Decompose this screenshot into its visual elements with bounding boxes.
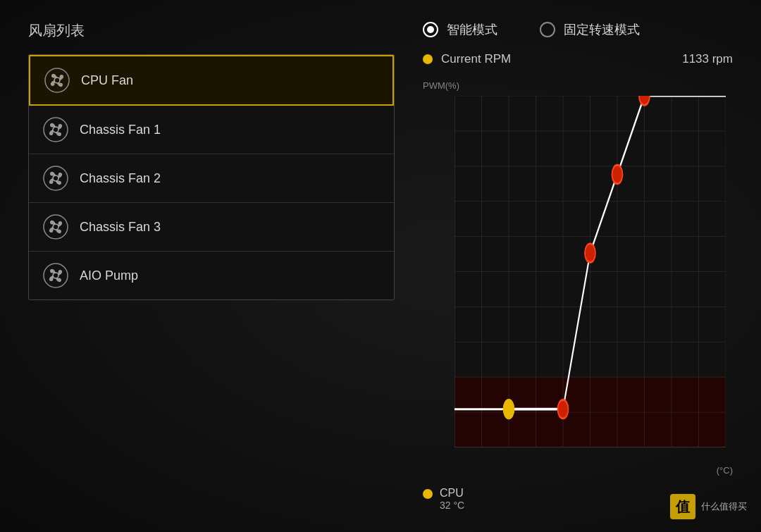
- fan-item-chassis-fan-1[interactable]: Chassis Fan 1: [29, 106, 394, 154]
- right-panel: 智能模式 固定转速模式 Current RPM 1133 rpm PWM(%): [395, 21, 733, 511]
- left-panel: 风扇列表 CPU Fan Chassis Fan 1: [28, 21, 395, 511]
- fixed-mode-radio[interactable]: [540, 22, 555, 37]
- rpm-label: Current RPM: [441, 52, 674, 66]
- panel-title: 风扇列表: [28, 21, 395, 40]
- fan-label-chassis-fan-3: Chassis Fan 3: [80, 220, 161, 235]
- fan-item-aio-pump[interactable]: AIO Pump: [29, 252, 394, 299]
- fixed-mode-label: 固定转速模式: [564, 21, 640, 38]
- cpu-info: CPU 32 °C: [440, 487, 464, 511]
- fan-icon-chassis-fan-2: [43, 166, 68, 191]
- svg-point-37: [557, 400, 568, 418]
- fan-label-aio-pump: AIO Pump: [80, 268, 138, 283]
- svg-point-2: [44, 118, 68, 142]
- svg-point-8: [44, 264, 68, 287]
- fan-item-chassis-fan-3[interactable]: Chassis Fan 3: [29, 203, 394, 252]
- fixed-mode-option[interactable]: 固定转速模式: [540, 21, 640, 38]
- smart-mode-radio[interactable]: [423, 22, 438, 37]
- bottom-info: CPU 32 °C: [423, 487, 733, 511]
- svg-point-39: [612, 165, 622, 183]
- svg-point-36: [503, 400, 514, 418]
- cpu-temp: 32 °C: [440, 500, 464, 511]
- chart-container: PWM(%): [423, 80, 733, 476]
- svg-point-7: [53, 224, 58, 230]
- smart-mode-option[interactable]: 智能模式: [423, 21, 497, 38]
- fan-icon-cpu-fan: [44, 68, 70, 93]
- fan-item-cpu-fan[interactable]: CPU Fan: [29, 55, 394, 106]
- fan-label-chassis-fan-2: Chassis Fan 2: [80, 171, 161, 186]
- rpm-value: 1133 rpm: [682, 52, 733, 66]
- chart-x-unit: (°C): [717, 465, 733, 476]
- chart-wrapper: 100 90 80 70 60 50 40 30 20 10 10 20 30 …: [454, 96, 726, 447]
- fan-list: CPU Fan Chassis Fan 1 Chassis Fan 2: [28, 54, 395, 300]
- svg-point-1: [54, 78, 60, 83]
- cpu-dot-indicator: [423, 489, 433, 499]
- rpm-dot: [423, 54, 433, 64]
- svg-point-38: [585, 244, 595, 262]
- fan-icon-aio-pump: [43, 263, 68, 288]
- fan-label-chassis-fan-1: Chassis Fan 1: [80, 123, 161, 137]
- svg-point-5: [53, 175, 58, 181]
- svg-point-4: [44, 166, 68, 190]
- fan-icon-chassis-fan-3: [43, 214, 68, 240]
- svg-point-6: [44, 215, 68, 239]
- fan-chart-svg[interactable]: 100 90 80 70 60 50 40 30 20 10 10 20 30 …: [454, 96, 726, 447]
- current-rpm-row: Current RPM 1133 rpm: [423, 52, 733, 66]
- smart-mode-label: 智能模式: [447, 21, 497, 38]
- mode-selector: 智能模式 固定转速模式: [423, 21, 733, 38]
- fan-label-cpu-fan: CPU Fan: [81, 73, 133, 88]
- fan-icon-chassis-fan-1: [43, 117, 68, 142]
- fan-item-chassis-fan-2[interactable]: Chassis Fan 2: [29, 154, 394, 203]
- cpu-name: CPU: [440, 487, 464, 500]
- chart-y-label: PWM(%): [423, 80, 459, 91]
- svg-point-9: [53, 273, 58, 278]
- svg-point-0: [45, 68, 69, 92]
- svg-point-40: [639, 96, 650, 105]
- svg-point-3: [53, 127, 58, 132]
